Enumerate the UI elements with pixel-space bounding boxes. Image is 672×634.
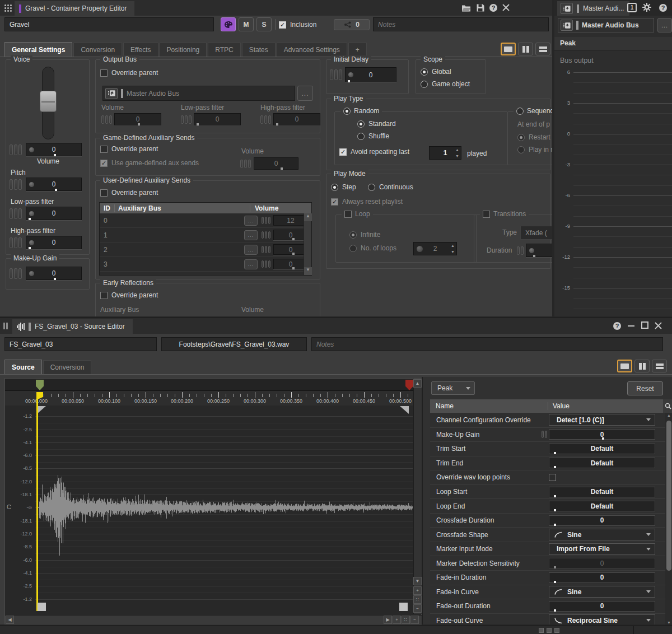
play-type-sequence-radio[interactable] (516, 108, 524, 115)
aux-send-browse-button[interactable]: ... (244, 245, 258, 255)
close-icon[interactable] (655, 322, 662, 329)
property-editor-tab-conversion[interactable]: Conversion (73, 43, 122, 57)
aux-send-browse-button[interactable]: ... (244, 216, 258, 226)
help-icon[interactable]: ? (489, 3, 498, 12)
aux-send-row[interactable]: 3...0 (100, 257, 311, 272)
loop-checkbox[interactable] (344, 211, 352, 218)
output-low-pass-filter-field[interactable]: 0 (194, 113, 241, 125)
fade-out-duration-field[interactable]: 0 (549, 601, 655, 612)
aux-send-volume-field[interactable]: 12 (273, 215, 308, 226)
open-folder-icon[interactable] (461, 4, 471, 12)
col-value[interactable]: Value (548, 402, 663, 410)
early-reflections-override-checkbox[interactable] (100, 292, 108, 299)
scroll-left-icon[interactable]: ◀ (6, 616, 14, 624)
zoom-out-vertical-icon[interactable]: − (413, 604, 422, 613)
mute-button[interactable]: M (239, 17, 254, 31)
play-mode-continuous-radio[interactable] (368, 184, 375, 191)
rtpc-controls-icon[interactable] (240, 160, 251, 168)
loop-count-radio[interactable] (349, 245, 357, 252)
transition-type-dropdown[interactable]: Xfade ( (520, 226, 552, 240)
aux-send-browse-button[interactable]: ... (244, 259, 258, 269)
property-editor-tab-states[interactable]: States (242, 43, 276, 57)
override-wav-loop-points-checkbox[interactable] (549, 474, 556, 481)
random-shuffle-radio[interactable] (357, 133, 365, 140)
fade-in-curve-dropdown[interactable]: Sine (549, 586, 655, 598)
spin-down-icon[interactable]: ▼ (455, 154, 459, 158)
layout-split-columns-button[interactable] (518, 43, 533, 55)
loop-start-field[interactable]: Default (549, 487, 655, 497)
reset-button[interactable]: Reset (627, 381, 663, 395)
aux-send-row[interactable]: 0...12 (100, 213, 311, 228)
spin-down-icon[interactable]: ▼ (451, 250, 455, 254)
time-ruler[interactable]: 00:00.00000:00.05000:00.10000:00.15000:0… (5, 391, 413, 405)
marker-strip[interactable] (5, 379, 421, 391)
make-up-gain-field[interactable]: 0 (549, 429, 655, 440)
source-editor-tab-source[interactable]: Source (4, 360, 42, 374)
rtpc-controls-icon[interactable] (262, 260, 270, 268)
property-editor-tab-effects[interactable]: Effects (123, 43, 158, 57)
avoid-repeating-checkbox[interactable] (339, 148, 347, 156)
crossfade-shape-dropdown[interactable]: Sine (549, 529, 655, 540)
instance-badge[interactable]: 1 (627, 3, 637, 12)
scroll-down-icon[interactable]: ▼ (665, 621, 672, 624)
meter-tab[interactable]: Master Audi... (557, 1, 629, 16)
makeup-gain-field[interactable]: 0 (26, 267, 82, 280)
scope-game-object-radio[interactable] (421, 81, 428, 88)
inclusion-checkbox[interactable] (279, 21, 286, 29)
voice-volume-field[interactable]: 0 (26, 143, 82, 156)
num-loops-spinner[interactable]: 2▲▼ (413, 242, 457, 255)
property-editor-tab-advanced-settings[interactable]: Advanced Settings (277, 43, 347, 57)
horizontal-scrollbar[interactable]: ◀ ▶ + ∷ − (5, 615, 422, 624)
scroll-down-icon[interactable]: ▼ (304, 267, 312, 275)
zoom-in-vertical-icon[interactable]: + (413, 586, 422, 595)
zoom-reset-icon[interactable]: ∷ (402, 616, 410, 624)
marker-detection-sensitivity-field[interactable]: 0 (549, 558, 655, 568)
rtpc-controls-icon[interactable] (101, 115, 112, 124)
property-editor-tab-rtpc[interactable]: RTPC (208, 43, 240, 57)
source-editor-title-tab[interactable]: FS_Gravel_03 - Source Editor (12, 319, 133, 334)
fade-out-curve-dropdown[interactable]: Reciprocal Sine (549, 614, 655, 624)
meter-bus-browse-button[interactable]: ... (657, 18, 672, 32)
aux-send-volume-field[interactable]: 0 (273, 244, 308, 255)
close-icon[interactable] (502, 4, 510, 11)
maximize-icon[interactable] (641, 321, 648, 329)
volume-slider-thumb[interactable] (40, 91, 57, 112)
zoom-in-icon[interactable]: + (393, 616, 401, 624)
layout-split-columns-button[interactable] (634, 360, 650, 372)
value-knob[interactable] (29, 147, 35, 153)
scroll-up-icon[interactable]: ▲ (665, 413, 672, 417)
source-name-input[interactable] (4, 337, 157, 351)
color-palette-button[interactable] (221, 17, 236, 31)
game-aux-override-checkbox[interactable] (100, 146, 108, 153)
property-editor-title-tab[interactable]: Gravel - Container Property Editor (15, 1, 134, 16)
dock-handle[interactable] (539, 628, 544, 633)
rtpc-controls-icon[interactable] (517, 246, 524, 255)
rtpc-controls-icon[interactable] (181, 115, 192, 124)
trim-start-line[interactable] (36, 392, 38, 611)
output-bus-override-checkbox[interactable] (100, 69, 108, 77)
meter-titlebar[interactable]: Master Audi... 1 ? (554, 0, 672, 16)
scope-global-radio[interactable] (421, 68, 428, 76)
grid-handle-icon[interactable] (4, 4, 12, 12)
col-name[interactable]: Name (430, 402, 548, 410)
spin-up-icon[interactable]: ▲ (455, 148, 459, 152)
col-id[interactable]: ID (100, 204, 114, 212)
highpass-field[interactable]: 0 (26, 236, 82, 249)
help-icon[interactable]: ? (613, 321, 622, 330)
property-editor-tab-positioning[interactable]: Positioning (160, 43, 207, 57)
output-bus-browse-button[interactable]: ... (297, 86, 313, 101)
vertical-scrollbar[interactable]: ▲ ▼ + ∷ − (413, 379, 422, 614)
rtpc-controls-icon[interactable] (10, 179, 22, 190)
aux-send-row[interactable]: 1...0 (100, 228, 311, 243)
trim-start-field[interactable]: Default (549, 444, 655, 454)
property-editor-titlebar[interactable]: Gravel - Container Property Editor ? (0, 0, 552, 16)
loop-infinite-radio[interactable] (349, 231, 357, 239)
random-standard-radio[interactable] (357, 120, 365, 128)
property-editor-tab-general-settings[interactable]: General Settings (4, 42, 72, 57)
aux-send-browse-button[interactable]: ... (244, 230, 258, 240)
col-volume[interactable]: Volume (250, 204, 304, 212)
rtpc-controls-icon[interactable] (10, 144, 22, 155)
help-icon[interactable]: ? (659, 3, 668, 12)
properties-scrollbar[interactable]: ▲ ▼ (665, 413, 672, 624)
source-editor-titlebar[interactable]: FS_Gravel_03 - Source Editor ? (0, 318, 672, 334)
